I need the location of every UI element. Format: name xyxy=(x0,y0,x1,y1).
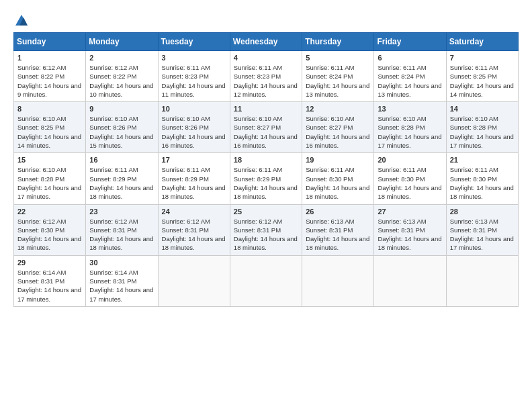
col-header-sunday: Sunday xyxy=(14,33,86,51)
calendar-cell: 9Sunrise: 6:10 AMSunset: 8:26 PMDaylight… xyxy=(86,102,158,153)
calendar-cell: 4Sunrise: 6:11 AMSunset: 8:23 PMDaylight… xyxy=(230,51,302,102)
calendar-cell: 19Sunrise: 6:11 AMSunset: 8:30 PMDayligh… xyxy=(302,153,374,204)
day-number: 11 xyxy=(234,105,298,113)
day-number: 20 xyxy=(378,156,442,164)
day-number: 14 xyxy=(450,105,515,113)
day-number: 23 xyxy=(89,208,154,216)
calendar-cell: 6Sunrise: 6:11 AMSunset: 8:24 PMDaylight… xyxy=(374,51,446,102)
col-header-wednesday: Wednesday xyxy=(230,33,302,51)
day-number: 4 xyxy=(234,54,298,62)
calendar-cell: 7Sunrise: 6:11 AMSunset: 8:25 PMDaylight… xyxy=(446,51,518,102)
day-number: 10 xyxy=(162,105,226,113)
day-number: 8 xyxy=(17,105,82,113)
day-info: Sunrise: 6:12 AMSunset: 8:31 PMDaylight:… xyxy=(162,217,226,253)
day-info: Sunrise: 6:11 AMSunset: 8:24 PMDaylight:… xyxy=(378,63,442,99)
day-number: 1 xyxy=(17,54,82,62)
calendar-cell xyxy=(446,255,518,306)
day-info: Sunrise: 6:14 AMSunset: 8:31 PMDaylight:… xyxy=(17,268,82,304)
day-number: 30 xyxy=(89,259,154,267)
calendar-cell: 14Sunrise: 6:10 AMSunset: 8:28 PMDayligh… xyxy=(446,102,518,153)
day-number: 6 xyxy=(378,54,442,62)
day-number: 17 xyxy=(162,156,226,164)
day-number: 12 xyxy=(306,105,370,113)
calendar-week-row: 15Sunrise: 6:10 AMSunset: 8:28 PMDayligh… xyxy=(14,153,519,204)
col-header-friday: Friday xyxy=(374,33,446,51)
day-info: Sunrise: 6:11 AMSunset: 8:23 PMDaylight:… xyxy=(234,63,298,99)
calendar-cell: 1Sunrise: 6:12 AMSunset: 8:22 PMDaylight… xyxy=(14,51,86,102)
page-header xyxy=(13,13,519,28)
calendar-week-row: 22Sunrise: 6:12 AMSunset: 8:30 PMDayligh… xyxy=(14,204,519,255)
day-info: Sunrise: 6:11 AMSunset: 8:30 PMDaylight:… xyxy=(450,165,515,201)
day-info: Sunrise: 6:12 AMSunset: 8:22 PMDaylight:… xyxy=(89,63,154,99)
col-header-monday: Monday xyxy=(86,33,158,51)
day-info: Sunrise: 6:11 AMSunset: 8:23 PMDaylight:… xyxy=(162,63,226,99)
day-number: 27 xyxy=(378,208,442,216)
day-info: Sunrise: 6:11 AMSunset: 8:30 PMDaylight:… xyxy=(306,165,370,201)
calendar-week-row: 1Sunrise: 6:12 AMSunset: 8:22 PMDaylight… xyxy=(14,51,519,102)
day-number: 7 xyxy=(450,54,515,62)
calendar-cell: 29Sunrise: 6:14 AMSunset: 8:31 PMDayligh… xyxy=(14,255,86,306)
calendar-cell xyxy=(158,255,230,306)
logo xyxy=(13,13,29,28)
calendar-cell: 30Sunrise: 6:14 AMSunset: 8:31 PMDayligh… xyxy=(86,255,158,306)
logo-icon xyxy=(14,13,29,28)
calendar-cell: 28Sunrise: 6:13 AMSunset: 8:31 PMDayligh… xyxy=(446,204,518,255)
calendar-cell: 26Sunrise: 6:13 AMSunset: 8:31 PMDayligh… xyxy=(302,204,374,255)
day-info: Sunrise: 6:11 AMSunset: 8:24 PMDaylight:… xyxy=(306,63,370,99)
day-number: 16 xyxy=(89,156,154,164)
col-header-saturday: Saturday xyxy=(446,33,518,51)
day-info: Sunrise: 6:10 AMSunset: 8:28 PMDaylight:… xyxy=(450,114,515,150)
calendar-cell: 2Sunrise: 6:12 AMSunset: 8:22 PMDaylight… xyxy=(86,51,158,102)
day-info: Sunrise: 6:11 AMSunset: 8:29 PMDaylight:… xyxy=(162,165,226,201)
day-info: Sunrise: 6:10 AMSunset: 8:28 PMDaylight:… xyxy=(378,114,442,150)
day-info: Sunrise: 6:11 AMSunset: 8:25 PMDaylight:… xyxy=(450,63,515,99)
day-info: Sunrise: 6:14 AMSunset: 8:31 PMDaylight:… xyxy=(89,268,154,304)
day-number: 18 xyxy=(234,156,298,164)
day-number: 22 xyxy=(17,208,82,216)
calendar-cell: 10Sunrise: 6:10 AMSunset: 8:26 PMDayligh… xyxy=(158,102,230,153)
col-header-tuesday: Tuesday xyxy=(158,33,230,51)
day-number: 19 xyxy=(306,156,370,164)
calendar-cell: 11Sunrise: 6:10 AMSunset: 8:27 PMDayligh… xyxy=(230,102,302,153)
day-number: 29 xyxy=(17,259,82,267)
calendar-cell: 8Sunrise: 6:10 AMSunset: 8:25 PMDaylight… xyxy=(14,102,86,153)
day-number: 9 xyxy=(89,105,154,113)
calendar-week-row: 8Sunrise: 6:10 AMSunset: 8:25 PMDaylight… xyxy=(14,102,519,153)
calendar-cell: 20Sunrise: 6:11 AMSunset: 8:30 PMDayligh… xyxy=(374,153,446,204)
calendar-cell: 25Sunrise: 6:12 AMSunset: 8:31 PMDayligh… xyxy=(230,204,302,255)
day-number: 2 xyxy=(89,54,154,62)
day-info: Sunrise: 6:12 AMSunset: 8:30 PMDaylight:… xyxy=(17,217,82,253)
calendar-cell: 24Sunrise: 6:12 AMSunset: 8:31 PMDayligh… xyxy=(158,204,230,255)
day-info: Sunrise: 6:13 AMSunset: 8:31 PMDaylight:… xyxy=(450,217,515,253)
calendar-cell: 23Sunrise: 6:12 AMSunset: 8:31 PMDayligh… xyxy=(86,204,158,255)
calendar-cell: 21Sunrise: 6:11 AMSunset: 8:30 PMDayligh… xyxy=(446,153,518,204)
calendar-cell: 16Sunrise: 6:11 AMSunset: 8:29 PMDayligh… xyxy=(86,153,158,204)
calendar-cell: 22Sunrise: 6:12 AMSunset: 8:30 PMDayligh… xyxy=(14,204,86,255)
calendar-cell: 17Sunrise: 6:11 AMSunset: 8:29 PMDayligh… xyxy=(158,153,230,204)
day-info: Sunrise: 6:10 AMSunset: 8:26 PMDaylight:… xyxy=(162,114,226,150)
calendar-cell: 3Sunrise: 6:11 AMSunset: 8:23 PMDaylight… xyxy=(158,51,230,102)
day-info: Sunrise: 6:11 AMSunset: 8:30 PMDaylight:… xyxy=(378,165,442,201)
calendar-cell xyxy=(230,255,302,306)
day-info: Sunrise: 6:12 AMSunset: 8:31 PMDaylight:… xyxy=(89,217,154,253)
day-info: Sunrise: 6:10 AMSunset: 8:28 PMDaylight:… xyxy=(17,165,82,201)
day-info: Sunrise: 6:13 AMSunset: 8:31 PMDaylight:… xyxy=(378,217,442,253)
day-info: Sunrise: 6:12 AMSunset: 8:31 PMDaylight:… xyxy=(234,217,298,253)
day-number: 28 xyxy=(450,208,515,216)
calendar-cell: 27Sunrise: 6:13 AMSunset: 8:31 PMDayligh… xyxy=(374,204,446,255)
day-number: 3 xyxy=(162,54,226,62)
day-info: Sunrise: 6:10 AMSunset: 8:27 PMDaylight:… xyxy=(306,114,370,150)
calendar-header-row: SundayMondayTuesdayWednesdayThursdayFrid… xyxy=(14,33,519,51)
day-info: Sunrise: 6:10 AMSunset: 8:27 PMDaylight:… xyxy=(234,114,298,150)
calendar-cell xyxy=(302,255,374,306)
day-number: 25 xyxy=(234,208,298,216)
calendar-cell: 12Sunrise: 6:10 AMSunset: 8:27 PMDayligh… xyxy=(302,102,374,153)
calendar-cell: 13Sunrise: 6:10 AMSunset: 8:28 PMDayligh… xyxy=(374,102,446,153)
calendar-cell: 18Sunrise: 6:11 AMSunset: 8:29 PMDayligh… xyxy=(230,153,302,204)
day-number: 13 xyxy=(378,105,442,113)
day-number: 5 xyxy=(306,54,370,62)
day-info: Sunrise: 6:11 AMSunset: 8:29 PMDaylight:… xyxy=(89,165,154,201)
day-number: 21 xyxy=(450,156,515,164)
day-number: 15 xyxy=(17,156,82,164)
calendar-cell xyxy=(374,255,446,306)
